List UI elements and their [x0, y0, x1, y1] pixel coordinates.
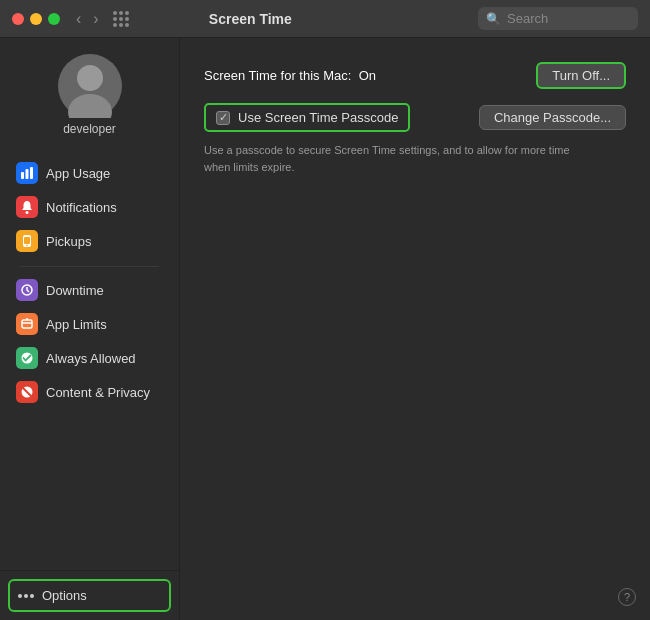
- svg-rect-4: [26, 169, 29, 179]
- svg-rect-3: [21, 172, 24, 179]
- sidebar-item-app-limits[interactable]: App Limits: [8, 307, 171, 341]
- help-icon[interactable]: ?: [618, 588, 636, 606]
- sidebar-item-notifications[interactable]: Notifications: [8, 190, 171, 224]
- main-layout: developer App Usage: [0, 38, 650, 620]
- always-allowed-label: Always Allowed: [46, 351, 136, 366]
- sidebar-divider: [20, 266, 159, 267]
- svg-rect-11: [22, 320, 32, 328]
- content-privacy-icon: [16, 381, 38, 403]
- downtime-label: Downtime: [46, 283, 104, 298]
- svg-point-6: [26, 211, 29, 214]
- avatar: [58, 54, 122, 118]
- window-title: Screen Time: [23, 11, 478, 27]
- sidebar-item-content-privacy[interactable]: Content & Privacy: [8, 375, 171, 409]
- sidebar-item-downtime[interactable]: Downtime: [8, 273, 171, 307]
- change-passcode-button[interactable]: Change Passcode...: [479, 105, 626, 130]
- options-icon: [18, 594, 34, 598]
- username-label: developer: [63, 122, 116, 136]
- user-section: developer: [0, 54, 179, 156]
- sidebar-item-always-allowed[interactable]: Always Allowed: [8, 341, 171, 375]
- passcode-checkbox[interactable]: ✓: [216, 111, 230, 125]
- svg-point-1: [77, 65, 103, 91]
- sidebar: developer App Usage: [0, 38, 180, 620]
- nav-group-2: Downtime App Limits: [8, 273, 171, 409]
- passcode-row: ✓ Use Screen Time Passcode Change Passco…: [204, 103, 626, 132]
- notifications-icon: [16, 196, 38, 218]
- search-box: 🔍: [478, 7, 638, 30]
- avatar-svg: [58, 54, 122, 118]
- options-item[interactable]: Options: [8, 579, 171, 612]
- options-label: Options: [42, 588, 87, 603]
- turn-off-button[interactable]: Turn Off...: [536, 62, 626, 89]
- always-allowed-icon: [16, 347, 38, 369]
- app-limits-icon: [16, 313, 38, 335]
- app-usage-icon: [16, 162, 38, 184]
- pickups-label: Pickups: [46, 234, 92, 249]
- sidebar-nav: App Usage Notifications: [0, 156, 179, 570]
- app-limits-label: App Limits: [46, 317, 107, 332]
- downtime-icon: [16, 279, 38, 301]
- svg-rect-8: [24, 237, 30, 244]
- sidebar-bottom: Options: [0, 570, 179, 620]
- svg-point-9: [26, 245, 28, 247]
- svg-rect-5: [30, 167, 33, 179]
- status-value: On: [359, 68, 376, 83]
- passcode-label: Use Screen Time Passcode: [238, 110, 398, 125]
- nav-group-1: App Usage Notifications: [8, 156, 171, 258]
- passcode-checkbox-area[interactable]: ✓ Use Screen Time Passcode: [204, 103, 410, 132]
- content-privacy-label: Content & Privacy: [46, 385, 150, 400]
- titlebar: ‹ › Screen Time 🔍: [0, 0, 650, 38]
- status-text: Screen Time for this Mac: On: [204, 68, 376, 83]
- app-usage-label: App Usage: [46, 166, 110, 181]
- search-icon: 🔍: [486, 12, 501, 26]
- sidebar-item-pickups[interactable]: Pickups: [8, 224, 171, 258]
- search-input[interactable]: [507, 11, 627, 26]
- notifications-label: Notifications: [46, 200, 117, 215]
- description-text: Use a passcode to secure Screen Time set…: [204, 142, 584, 175]
- status-row: Screen Time for this Mac: On Turn Off...: [204, 62, 626, 89]
- content-area: Screen Time for this Mac: On Turn Off...…: [180, 38, 650, 620]
- sidebar-item-app-usage[interactable]: App Usage: [8, 156, 171, 190]
- pickups-icon: [16, 230, 38, 252]
